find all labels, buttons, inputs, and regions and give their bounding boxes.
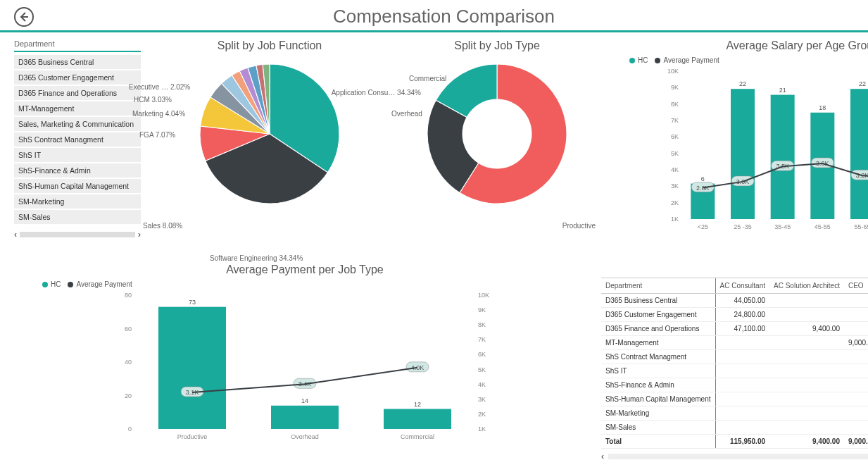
slicer-title: Department (14, 39, 141, 48)
svg-text:9K: 9K (478, 306, 486, 313)
svg-text:6K: 6K (671, 133, 679, 140)
legend-avg: Average Payment (663, 56, 719, 64)
matrix-table[interactable]: DepartmentAC ConsultantAC Solution Archi… (601, 278, 868, 449)
matrix-scrollbar[interactable]: ‹ › (601, 452, 868, 461)
svg-text:8K: 8K (671, 101, 679, 108)
donut-label: Overhead (391, 110, 422, 118)
chevron-left-icon[interactable]: ‹ (601, 452, 604, 461)
scrollbar-track[interactable] (608, 454, 868, 459)
svg-text:25 -35: 25 -35 (734, 223, 753, 230)
table-row[interactable]: MT-Management9,000.008,500.00 (601, 336, 868, 350)
combo-job-type[interactable]: Average Payment per Job Type HC Average … (14, 263, 596, 461)
svg-text:Commercial: Commercial (401, 433, 434, 440)
svg-text:<25: <25 (698, 223, 708, 230)
donut-label: Commercial (409, 75, 446, 82)
pie-label: Marketing 4.04% (132, 110, 185, 118)
slicer-item[interactable]: SM-Sales (14, 210, 141, 224)
svg-text:9K: 9K (671, 84, 679, 91)
svg-text:3K: 3K (671, 182, 679, 190)
svg-text:0: 0 (128, 426, 132, 433)
pie-label: Sales 8.08% (143, 222, 182, 230)
svg-text:3K: 3K (478, 396, 486, 403)
bar[interactable] (158, 307, 226, 429)
svg-text:2K: 2K (671, 199, 679, 206)
table-row[interactable]: D365 Finance and Operations47,100.009,40… (601, 322, 868, 336)
table-row[interactable]: ShS-Human Capital Management (601, 392, 868, 406)
pie-label: FGA 7.07% (139, 131, 175, 139)
svg-text:40: 40 (125, 359, 132, 366)
table-row[interactable]: D365 Customer Engagement24,800.0010,000.… (601, 308, 868, 322)
svg-text:35-45: 35-45 (774, 223, 791, 230)
header: Compensation Comparison (0, 0, 868, 32)
slicer-item[interactable]: ShS-Finance & Admin (14, 163, 141, 178)
svg-text:45-55: 45-55 (814, 223, 831, 230)
pie-label: Executive … 2.02% (129, 83, 190, 91)
pie-job-function[interactable]: Split by Job Function Application Consu…… (146, 39, 393, 258)
svg-text:6: 6 (701, 175, 705, 182)
back-button[interactable] (14, 7, 34, 27)
chart-title: Split by Job Function (146, 39, 393, 52)
svg-text:8K: 8K (478, 321, 486, 328)
combo-chart[interactable]: 6<252225 -352135-451845-552255-6510more … (655, 64, 868, 240)
bar[interactable] (850, 89, 868, 219)
slicer-item[interactable]: MT-Management (14, 101, 141, 116)
svg-text:2K: 2K (478, 411, 486, 418)
chevron-left-icon[interactable]: ‹ (14, 230, 17, 240)
svg-text:80: 80 (125, 292, 132, 299)
svg-text:21: 21 (779, 87, 786, 94)
slicer-item[interactable]: ShS Contract Managment (14, 132, 141, 147)
slicer-item[interactable]: D365 Finance and Operations (14, 86, 141, 100)
page-title: Compensation Comparison (34, 6, 854, 27)
total-row: Total115,950.009,400.009,000.008,500.008… (601, 435, 868, 449)
svg-text:5K: 5K (478, 366, 486, 373)
bar[interactable] (271, 406, 339, 429)
chart-title: Average Payment per Job Type (14, 263, 596, 276)
bar[interactable] (384, 409, 451, 430)
slicer-item[interactable]: D365 Business Central (14, 55, 141, 69)
svg-text:10K: 10K (667, 68, 679, 75)
donut-job-type[interactable]: Split by Job Type Commercial Overhead Pr… (398, 39, 596, 258)
svg-text:22: 22 (739, 80, 746, 87)
slicer-item[interactable]: SM-Marketing (14, 194, 141, 209)
legend-hc: HC (638, 56, 648, 64)
svg-text:7K: 7K (478, 336, 486, 343)
table-row[interactable]: SM-Sales (601, 421, 868, 435)
matrix-header[interactable]: AC Solution Architect (769, 278, 844, 294)
combo-age-group[interactable]: Average Salary per Age Group HC Average … (601, 39, 868, 258)
combo-chart[interactable]: 73Productive14Overhead12Commercial3.1K3.… (108, 288, 502, 450)
table-row[interactable]: ShS-Finance & Admin (601, 378, 868, 392)
chart-title: Split by Job Type (398, 39, 596, 52)
svg-text:22: 22 (859, 80, 866, 87)
table-row[interactable]: ShS Contract Managment (601, 350, 868, 364)
bar[interactable] (771, 95, 795, 219)
slicer-item[interactable]: Sales, Marketing & Communication (14, 117, 141, 131)
svg-text:4K: 4K (671, 166, 679, 173)
pie-chart[interactable] (192, 56, 347, 211)
slicer-item[interactable]: D365 Customer Engagement (14, 70, 141, 85)
chart-title: Average Salary per Age Group (601, 39, 868, 52)
slicer-item[interactable]: ShS-Human Capital Management (14, 179, 141, 193)
bar[interactable] (731, 89, 755, 219)
svg-text:14: 14 (301, 397, 308, 404)
slicer-item[interactable]: ShS IT (14, 148, 141, 162)
matrix-visual[interactable]: DepartmentAC ConsultantAC Solution Archi… (601, 263, 868, 461)
scrollbar-track[interactable] (20, 232, 135, 237)
slicer-underline (14, 51, 141, 52)
matrix-header[interactable]: CEO (844, 278, 868, 294)
table-row[interactable]: SM-Marketing (601, 406, 868, 421)
legend-avg: Average Payment (76, 280, 132, 288)
svg-text:5K: 5K (671, 150, 679, 157)
svg-text:1K: 1K (478, 426, 486, 433)
legend-hc: HC (51, 280, 61, 288)
slicer-scrollbar[interactable]: ‹ › (14, 230, 141, 240)
svg-text:Productive: Productive (177, 433, 208, 440)
svg-text:Overhead: Overhead (291, 433, 319, 440)
svg-text:7K: 7K (671, 117, 679, 124)
matrix-header[interactable]: AC Consultant (715, 278, 769, 294)
matrix-header[interactable]: Department (601, 278, 715, 294)
table-row[interactable]: D365 Business Central44,050.0051,600.00 (601, 294, 868, 308)
legend: HC Average Payment (42, 280, 596, 288)
legend: HC Average Payment (629, 56, 868, 64)
table-row[interactable]: ShS IT (601, 364, 868, 378)
chevron-right-icon[interactable]: › (138, 230, 141, 240)
